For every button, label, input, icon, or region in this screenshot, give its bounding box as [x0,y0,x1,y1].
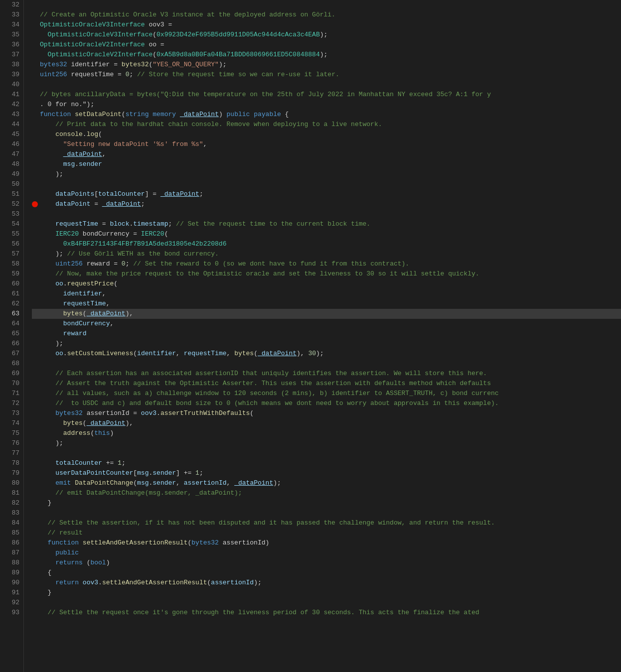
line-number-52: 52 [4,199,19,209]
token [40,479,55,487]
gutter-83 [32,508,40,518]
tokens-34: OptimisticOracleV3Interface oov3 = [40,20,172,30]
code-line-83 [32,508,621,518]
code-line-85: // result [32,528,621,538]
gutter-43 [32,110,40,120]
code-line-53 [32,209,621,219]
line-number-60: 60 [4,279,19,289]
token: setCustomLiveness [67,350,134,357]
token: ] = [145,190,160,198]
token [40,131,55,138]
tokens-67: oo.setCustomLiveness(identifier, request… [40,349,324,359]
code-line-54: requestTime = block.timestamp; // Set th… [32,219,621,229]
token: // result [40,529,83,537]
code-line-90: return oov3.settleAndGetAssertionResult(… [32,578,621,588]
tokens-49: ); [40,169,63,179]
token: // to USDC and c) and default bond size … [40,400,499,407]
token [40,290,63,297]
token: // Print data to the hardhat chain conso… [40,121,382,128]
tokens-44: // Print data to the hardhat chain conso… [40,120,382,130]
token: ) [110,429,114,437]
token: // Set the request time to the current b… [176,220,370,228]
token: assertionId [211,579,254,586]
token: IERC20 [141,230,164,238]
no-breakpoint [32,139,40,149]
gutter-84 [32,518,40,528]
token [40,469,55,477]
line-number-38: 38 [4,60,19,70]
tokens-38: bytes32 identifier = bytes32("YES_OR_NO_… [40,60,226,70]
code-line-79: userDataPointCounter[msg.sender] += 1; [32,468,621,478]
tokens-78: totalCounter += 1; [40,458,126,468]
token [40,330,63,337]
token: ; [129,71,137,78]
tokens-89: { [40,568,51,578]
token: // Now, make the price request to the Op… [40,270,479,277]
gutter-32 [32,0,40,10]
no-breakpoint [32,179,40,189]
line-number-37: 37 [4,50,19,60]
gutter-57 [32,249,40,259]
line-numbers: 3233343536373839404142434445464748495051… [0,0,24,672]
tokens-39: uint256 requestTime = 0; // Store the re… [40,70,339,80]
gutter-67 [32,349,40,359]
tokens-36: OptimisticOracleV2Interface oo = [40,40,164,50]
token: 1 [195,469,199,477]
code-line-74: bytes(_dataPoint), [32,418,621,428]
token: ( [83,310,87,317]
code-line-70: // Assert the truth against the Optimist… [32,379,621,389]
token: _dataPoint [102,200,141,208]
gutter-41 [32,90,40,100]
code-line-52: dataPoint = _dataPoint; [32,199,621,209]
token: , [176,350,184,357]
line-number-92: 92 [4,598,19,608]
tokens-48: msg.sender [40,159,102,169]
tokens-69: // Each assertion has an associated asse… [40,369,487,379]
tokens-61: identifier, [40,289,106,299]
token: assertionId) [219,539,269,546]
token: ; [199,469,203,477]
line-number-78: 78 [4,458,19,468]
tokens-65: reward [40,329,87,339]
tokens-43: function setDataPoint(string memory _dat… [40,110,289,120]
line-number-61: 61 [4,289,19,299]
line-number-89: 89 [4,568,19,578]
line-number-44: 44 [4,120,19,130]
token: ; [141,200,145,208]
line-number-58: 58 [4,259,19,269]
token: _dataPoint [87,419,126,427]
token: OptimisticOracleV3Interface [48,31,153,38]
line-number-46: 46 [4,139,19,149]
gutter-34 [32,20,40,30]
tokens-57: ); // Use Görli WETH as the bond currenc… [40,249,219,259]
code-line-62: requestTime, [32,299,621,309]
code-line-59: // Now, make the price request to the Op… [32,269,621,279]
code-line-63: bytes(_dataPoint), [32,309,621,319]
token: 30 [308,350,316,357]
no-breakpoint [32,100,40,110]
token: settleAndGetAssertionResult [83,539,188,546]
code-line-64: bondCurrency, [32,319,621,329]
gutter-80 [32,478,40,488]
token: += [102,459,118,467]
token: ( [122,111,126,118]
token: requestTime [55,220,98,228]
gutter-56 [32,239,40,249]
token: 0 [122,260,126,268]
token [40,200,55,208]
token: 0x9923D42eF695B5dd9911D05Ac944d4cAca3c4E… [156,31,320,38]
token: oo [55,280,63,287]
no-breakpoint [32,279,40,289]
token: ); [316,350,324,357]
token [40,280,55,287]
token: setDataPoint [75,111,122,118]
line-number-87: 87 [4,548,19,558]
token: return [55,579,79,586]
breakpoint-indicator [32,201,38,207]
tokens-90: return oov3.settleAndGetAssertionResult(… [40,578,262,588]
token: msg [137,479,149,487]
token: bytes32 [122,61,149,68]
token: bytes [63,310,83,317]
gutter-88 [32,558,40,568]
token [176,111,180,118]
